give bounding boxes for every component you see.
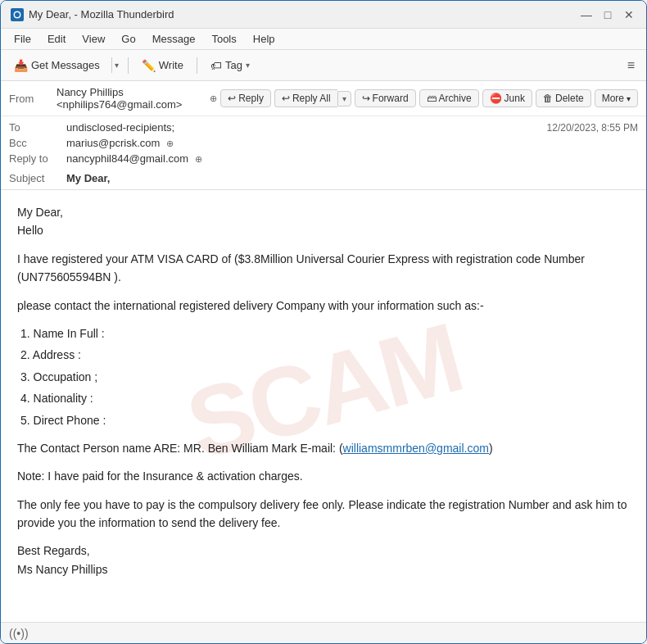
paragraph3: The only fee you have to pay is the comp… bbox=[17, 496, 630, 533]
window-title: My Dear, - Mozilla Thunderbird bbox=[29, 8, 174, 20]
forward-label: Forward bbox=[373, 93, 409, 104]
connection-icon: ((•)) bbox=[9, 627, 29, 640]
subject-value: My Dear, bbox=[66, 172, 110, 184]
timestamp: 12/20/2023, 8:55 PM bbox=[547, 122, 638, 134]
maximize-button[interactable]: □ bbox=[600, 7, 615, 22]
to-label: To bbox=[9, 121, 66, 134]
reply-all-icon: ↩ bbox=[282, 93, 290, 104]
title-bar-controls: — □ ✕ bbox=[579, 7, 636, 22]
list-item: 5. Direct Phone : bbox=[20, 411, 630, 429]
archive-button[interactable]: 🗃 Archive bbox=[419, 89, 479, 107]
bcc-label: Bcc bbox=[9, 137, 66, 149]
info-list: 1. Name In Full :2. Address :3. Occupati… bbox=[17, 324, 630, 429]
menu-item-go[interactable]: Go bbox=[115, 31, 142, 47]
more-label: More bbox=[602, 93, 624, 104]
toolbar-sep-2 bbox=[197, 57, 197, 74]
forward-button[interactable]: ↪ Forward bbox=[355, 89, 416, 107]
forward-icon: ↪ bbox=[362, 93, 370, 104]
from-contact-icon[interactable]: ⊕ bbox=[210, 93, 217, 104]
menu-item-tools[interactable]: Tools bbox=[205, 31, 242, 47]
contact-email-link[interactable]: williamsmmrben@gmail.com bbox=[343, 442, 489, 455]
email-body-content: My Dear, Hello I have registered your AT… bbox=[17, 203, 630, 578]
menu-item-edit[interactable]: Edit bbox=[41, 31, 72, 47]
closing: Best Regards, Ms Nancy Phillips bbox=[17, 542, 630, 578]
toolbar: 📥 Get Messages ▾ ✏️ Write 🏷 Tag ▾ ≡ bbox=[1, 50, 646, 81]
close-button[interactable]: ✕ bbox=[622, 7, 636, 22]
note-text: Note: I have paid for the Insurance & ac… bbox=[17, 467, 630, 485]
write-icon: ✏️ bbox=[142, 59, 156, 72]
junk-label: Junk bbox=[504, 93, 525, 104]
minimize-button[interactable]: — bbox=[579, 7, 594, 22]
more-dropdown-arrow: ▾ bbox=[627, 94, 631, 103]
get-messages-dropdown[interactable]: ▾ bbox=[111, 57, 121, 73]
get-messages-icon: 📥 bbox=[14, 59, 28, 72]
reply-to-label: Reply to bbox=[9, 152, 66, 165]
reply-to-row: Reply to nancyphil844@gmail.com ⊕ bbox=[9, 151, 638, 166]
delete-button[interactable]: 🗑 Delete bbox=[536, 89, 591, 107]
title-bar-left: My Dear, - Mozilla Thunderbird bbox=[11, 8, 174, 21]
email-meta: To undisclosed-recipients; 12/20/2023, 8… bbox=[1, 116, 646, 170]
svg-point-1 bbox=[15, 12, 20, 17]
list-item: 2. Address : bbox=[20, 346, 630, 364]
subject-label: Subject bbox=[9, 172, 66, 184]
tag-label: Tag bbox=[225, 59, 242, 71]
from-label: From bbox=[9, 93, 50, 105]
contact-line: The Contact Person name ARE: MR. Ben Wil… bbox=[17, 439, 630, 457]
to-value: undisclosed-recipients; bbox=[66, 121, 547, 134]
get-messages-label: Get Messages bbox=[31, 59, 100, 71]
paragraph2: please contact the international registe… bbox=[17, 297, 630, 315]
reply-label: Reply bbox=[238, 93, 264, 104]
list-item: 1. Name In Full : bbox=[20, 324, 630, 342]
hamburger-menu-button[interactable]: ≡ bbox=[622, 57, 640, 75]
title-bar: My Dear, - Mozilla Thunderbird — □ ✕ bbox=[1, 1, 646, 29]
menu-item-file[interactable]: File bbox=[7, 31, 38, 47]
email-action-bar: From Nancy Phillips <nphilips764@gmail.c… bbox=[1, 81, 646, 116]
from-value: Nancy Phillips <nphilips764@gmail.com> bbox=[57, 86, 203, 111]
write-label: Write bbox=[159, 59, 183, 71]
tag-icon: 🏷 bbox=[210, 59, 222, 72]
reply-button[interactable]: ↩ Reply bbox=[220, 89, 271, 107]
bcc-value: marius@pcrisk.com ⊕ bbox=[66, 137, 638, 149]
email-header: From Nancy Phillips <nphilips764@gmail.c… bbox=[1, 81, 646, 190]
bcc-contact-icon[interactable]: ⊕ bbox=[166, 138, 174, 148]
menu-item-view[interactable]: View bbox=[75, 31, 111, 47]
paragraph1: I have registered your ATM VISA CARD of … bbox=[17, 250, 630, 287]
tag-dropdown-arrow: ▾ bbox=[246, 61, 250, 70]
reply-all-label: Reply All bbox=[292, 93, 331, 104]
more-button[interactable]: More ▾ bbox=[595, 89, 638, 107]
greeting-text: My Dear, Hello bbox=[17, 203, 630, 240]
reply-all-dropdown[interactable]: ▾ bbox=[337, 91, 351, 107]
junk-icon: ⛔ bbox=[490, 93, 502, 104]
status-bar: ((•)) bbox=[1, 622, 646, 643]
bcc-row: Bcc marius@pcrisk.com ⊕ bbox=[9, 135, 638, 151]
tag-button[interactable]: 🏷 Tag ▾ bbox=[204, 56, 256, 75]
delete-label: Delete bbox=[555, 93, 584, 104]
more-group: More ▾ bbox=[595, 89, 638, 107]
email-body: SCAM My Dear, Hello I have registered yo… bbox=[1, 190, 646, 622]
list-item: 4. Nationality : bbox=[20, 389, 630, 407]
reply-to-contact-icon[interactable]: ⊕ bbox=[195, 154, 202, 164]
junk-button[interactable]: ⛔ Junk bbox=[482, 89, 532, 107]
delete-icon: 🗑 bbox=[543, 93, 553, 104]
write-button[interactable]: ✏️ Write bbox=[135, 56, 190, 75]
list-item: 3. Occupation ; bbox=[20, 368, 630, 386]
get-messages-button[interactable]: 📥 Get Messages bbox=[7, 56, 106, 75]
reply-all-group: ↩ Reply All ▾ bbox=[274, 89, 351, 107]
to-row: To undisclosed-recipients; 12/20/2023, 8… bbox=[9, 120, 638, 135]
menu-bar: FileEditViewGoMessageToolsHelp bbox=[1, 29, 646, 50]
toolbar-sep-1 bbox=[128, 57, 129, 74]
menu-item-message[interactable]: Message bbox=[146, 31, 202, 47]
main-window: My Dear, - Mozilla Thunderbird — □ ✕ Fil… bbox=[0, 0, 647, 644]
reply-to-value: nancyphil844@gmail.com ⊕ bbox=[66, 152, 638, 165]
subject-row: Subject My Dear, bbox=[1, 170, 646, 189]
archive-icon: 🗃 bbox=[427, 93, 437, 104]
app-icon bbox=[11, 8, 24, 21]
archive-label: Archive bbox=[439, 93, 472, 104]
menu-item-help[interactable]: Help bbox=[247, 31, 282, 47]
reply-icon: ↩ bbox=[228, 93, 236, 104]
reply-all-button[interactable]: ↩ Reply All bbox=[274, 89, 337, 107]
